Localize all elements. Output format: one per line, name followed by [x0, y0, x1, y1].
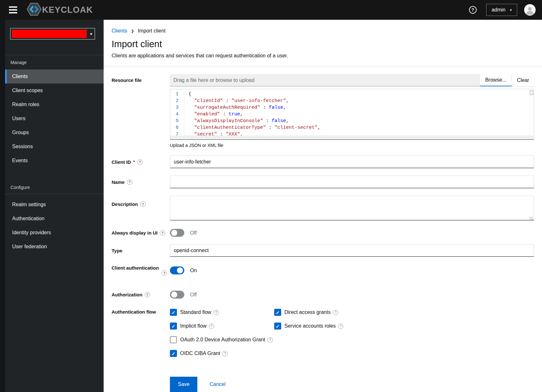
client-id-input[interactable]	[170, 156, 534, 168]
sidebar-divider	[5, 55, 104, 55]
checkbox[interactable]: ✓	[170, 350, 177, 357]
sidebar-item-authentication[interactable]: Authentication	[5, 212, 104, 226]
breadcrumb: Clients ❯ Import client	[112, 28, 534, 34]
client-auth-row: Client authentication ? On	[112, 265, 534, 284]
always-display-label: Always display in UI ?	[112, 230, 170, 236]
sidebar-item-label: User federation	[12, 244, 47, 249]
authorization-row: Authorization ? Off	[112, 291, 534, 299]
description-label: Description ?	[112, 201, 170, 207]
checkbox-oidc-ciba-grant: ✓ OIDC CIBA Grant ?	[170, 350, 534, 357]
checkbox[interactable]: ✓	[274, 323, 281, 330]
sidebar-item-identity-providers[interactable]: Identity providers	[5, 226, 104, 240]
type-input[interactable]	[170, 244, 534, 257]
authorization-label: Authorization ?	[112, 292, 170, 297]
nav-group-manage: Clients Client scopes Realm roles Users …	[5, 69, 104, 168]
sidebar-item-realm-settings[interactable]: Realm settings	[5, 198, 104, 212]
resize-handle-icon[interactable]	[530, 217, 533, 220]
sidebar-item-label: Clients	[12, 74, 28, 79]
breadcrumb-clients-link[interactable]: Clients	[112, 28, 127, 34]
keycloak-logo[interactable]: KEYCLOAK	[27, 3, 93, 17]
help-icon[interactable]: ?	[137, 159, 143, 165]
client-id-row: Client ID * ?	[112, 156, 534, 168]
description-textarea[interactable]	[170, 196, 534, 221]
page-title: Import client	[112, 39, 534, 49]
help-icon[interactable]: ?	[127, 179, 132, 185]
sidebar-item-users[interactable]: Users	[5, 112, 104, 126]
always-display-row: Always display in UI ? Off	[112, 229, 534, 237]
sidebar: ▾ Manage Clients Client scopes Realm rol…	[0, 20, 104, 392]
help-icon[interactable]: ?	[140, 201, 146, 207]
checkbox[interactable]: ✓	[274, 309, 281, 316]
name-label: Name ?	[112, 179, 170, 185]
sidebar-item-sessions[interactable]: Sessions	[5, 140, 104, 154]
line-number: 3	[170, 104, 184, 111]
client-auth-toggle[interactable]	[170, 266, 184, 274]
realm-selector[interactable]: ▾	[10, 28, 95, 40]
help-icon[interactable]: ?	[267, 337, 273, 343]
sidebar-item-label: Realm settings	[12, 202, 46, 207]
help-icon[interactable]: ?	[214, 310, 219, 315]
json-code-editor[interactable]: 1{2 "clientId" : "user-info-fetcher",3 "…	[170, 89, 534, 140]
file-placeholder: Drag a file here or browse to upload	[173, 77, 254, 83]
sidebar-item-label: Sessions	[12, 144, 33, 149]
description-row: Description ?	[112, 196, 534, 222]
file-drop-zone[interactable]: Drag a file here or browse to upload	[170, 74, 480, 86]
code-line[interactable]: 5 "alwaysDisplayInConsole" : false,	[170, 118, 534, 124]
avatar[interactable]	[524, 4, 536, 16]
client-id-label: Client ID * ?	[112, 159, 170, 165]
user-dropdown-label: admin	[492, 7, 506, 13]
chevron-down-icon: ▾	[510, 8, 512, 12]
name-row: Name ?	[112, 176, 534, 188]
code-line[interactable]: 4 "enabled" : true,	[170, 111, 534, 118]
auth-flow-row: Authentication flow ✓ Standard flow ? ✓ …	[112, 309, 534, 357]
nav-group-configure: Realm settings Authentication Identity p…	[5, 198, 104, 254]
save-button[interactable]: Save	[170, 377, 197, 392]
sidebar-item-events[interactable]: Events	[5, 154, 104, 168]
help-icon[interactable]: ?	[469, 6, 477, 14]
help-icon[interactable]: ?	[160, 230, 165, 236]
resource-file-field: Drag a file here or browse to upload Bro…	[170, 74, 534, 148]
checkbox-oauth-device-grant: ✓ OAuth 2.0 Device Authorization Grant ?	[170, 336, 534, 344]
help-icon[interactable]: ?	[338, 323, 343, 329]
always-display-toggle[interactable]	[170, 229, 184, 237]
name-input[interactable]	[170, 176, 534, 188]
help-icon[interactable]: ?	[209, 323, 214, 329]
sidebar-item-clients[interactable]: Clients	[5, 69, 104, 83]
toggle-state-text: Off	[190, 230, 197, 236]
help-icon[interactable]: ?	[222, 351, 228, 356]
nav-group-manage-label: Manage	[11, 60, 27, 65]
sidebar-item-client-scopes[interactable]: Client scopes	[5, 83, 104, 98]
code-line[interactable]: 3 "surrogateAuthRequired" : false,	[170, 104, 534, 111]
clear-button[interactable]: Clear	[512, 74, 534, 86]
authorization-toggle[interactable]	[170, 291, 184, 299]
checkbox[interactable]: ✓	[170, 323, 177, 330]
auth-flow-options: ✓ Standard flow ? ✓ Direct access grants…	[170, 309, 534, 357]
editor-vertical-scrollbar[interactable]	[529, 89, 534, 135]
code-line[interactable]: 2 "clientId" : "user-info-fetcher",	[170, 98, 534, 104]
file-upload: Drag a file here or browse to upload Bro…	[170, 74, 534, 86]
resource-file-label: Resource file	[112, 77, 170, 83]
user-dropdown[interactable]: admin ▾	[486, 4, 517, 16]
code-line[interactable]: 6 "clientAuthenticatorType" : "client-se…	[170, 124, 534, 131]
sidebar-item-user-federation[interactable]: User federation	[5, 240, 104, 254]
help-icon[interactable]: ?	[145, 292, 150, 297]
scrollbar-thumb[interactable]	[530, 91, 533, 95]
hamburger-icon[interactable]	[9, 6, 17, 13]
page-header: Clients ❯ Import client Import client Cl…	[104, 20, 542, 59]
sidebar-item-groups[interactable]: Groups	[5, 126, 104, 140]
code-line[interactable]: 1{	[170, 91, 534, 98]
realm-name-redacted	[12, 30, 87, 38]
help-icon[interactable]: ?	[333, 310, 338, 315]
help-icon[interactable]: ?	[162, 270, 167, 276]
sidebar-item-realm-roles[interactable]: Realm roles	[5, 98, 104, 112]
page-subtitle: Clients are applications and services th…	[112, 53, 534, 59]
checkbox[interactable]: ✓	[170, 336, 177, 343]
checkbox-service-accounts-roles: ✓ Service accounts roles ?	[274, 322, 534, 330]
checkbox[interactable]: ✓	[170, 309, 177, 316]
editor-horizontal-scrollbar[interactable]	[170, 135, 534, 139]
auth-flow-label: Authentication flow	[112, 309, 170, 315]
sidebar-item-label: Events	[12, 158, 28, 163]
browse-button[interactable]: Browse...	[480, 74, 512, 86]
cancel-link[interactable]: Cancel	[209, 381, 225, 387]
sidebar-divider	[5, 194, 104, 194]
